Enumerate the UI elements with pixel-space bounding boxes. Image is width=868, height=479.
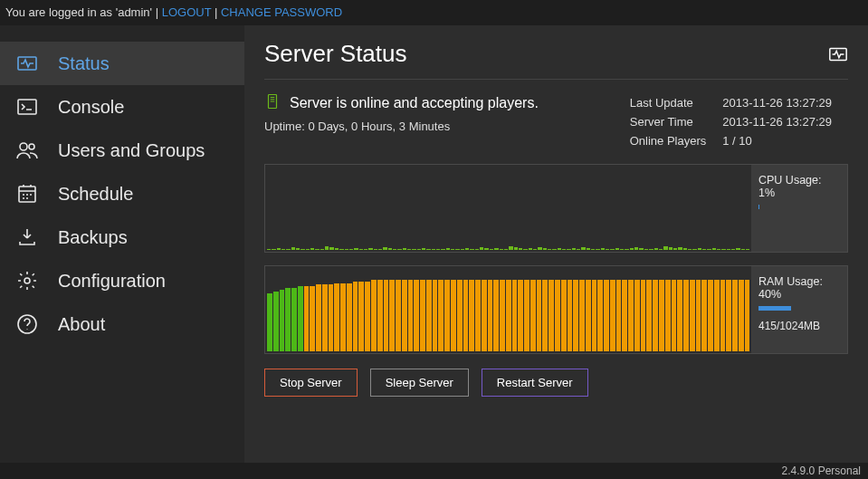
restart-server-button[interactable]: Restart Server — [482, 369, 588, 397]
content-panel: Server Status Server is online and accep… — [244, 25, 868, 463]
cpu-chart-side: CPU Usage: 1% — [751, 165, 847, 252]
online-players-value: 1 / 10 — [722, 132, 846, 149]
ram-chart-side: RAM Usage: 40% 415/1024MB — [751, 266, 847, 353]
sidebar-item-about[interactable]: About — [0, 302, 244, 346]
svg-point-2 — [20, 143, 27, 150]
sidebar-item-console[interactable]: Console — [0, 85, 244, 129]
svg-rect-1 — [18, 100, 36, 114]
last-update-label: Last Update — [630, 94, 721, 111]
server-time-label: Server Time — [630, 113, 721, 130]
svg-point-5 — [24, 278, 30, 283]
ram-chart: RAM Usage: 40% 415/1024MB — [264, 265, 848, 354]
gear-icon — [16, 270, 38, 292]
ram-usage-label: RAM Usage: 40% — [758, 275, 840, 301]
sidebar-item-label: Configuration — [58, 271, 166, 292]
sidebar: Status Console Users and Groups Schedule… — [0, 25, 244, 463]
status-message: Server is online and accepting players. — [290, 95, 539, 111]
status-info-table: Last Update 2013-11-26 13:27:29 Server T… — [628, 92, 848, 151]
calendar-icon — [16, 183, 38, 205]
sidebar-item-label: Backups — [58, 227, 128, 248]
download-icon — [16, 226, 38, 248]
sidebar-item-status[interactable]: Status — [0, 42, 244, 85]
table-row: Server Time 2013-11-26 13:27:29 — [630, 113, 846, 130]
sidebar-item-backups[interactable]: Backups — [0, 216, 244, 259]
heartbeat-icon — [16, 53, 38, 74]
terminal-icon — [16, 96, 38, 118]
server-time-value: 2013-11-26 13:27:29 — [722, 113, 846, 130]
sidebar-item-label: Users and Groups — [58, 140, 205, 161]
online-players-label: Online Players — [630, 132, 721, 149]
last-update-value: 2013-11-26 13:27:29 — [722, 94, 846, 111]
heartbeat-icon — [828, 44, 848, 64]
sidebar-item-label: Console — [58, 97, 124, 118]
sidebar-item-users[interactable]: Users and Groups — [0, 129, 244, 172]
svg-point-3 — [29, 144, 34, 149]
table-row: Last Update 2013-11-26 13:27:29 — [630, 94, 846, 111]
sidebar-item-schedule[interactable]: Schedule — [0, 172, 244, 216]
table-row: Online Players 1 / 10 — [630, 132, 846, 149]
ram-chart-area — [265, 266, 751, 353]
cpu-chart: CPU Usage: 1% — [264, 164, 848, 253]
cpu-usage-label: CPU Usage: 1% — [758, 174, 840, 199]
logged-in-text: You are logged in as 'admin' | — [5, 5, 158, 19]
separator: | — [215, 5, 221, 19]
sidebar-item-label: Status — [58, 53, 110, 74]
sidebar-item-configuration[interactable]: Configuration — [0, 259, 244, 302]
uptime-text: Uptime: 0 Days, 0 Hours, 3 Minutes — [264, 120, 539, 133]
users-icon — [16, 139, 38, 161]
sleep-server-button[interactable]: Sleep Server — [370, 369, 469, 397]
status-message-row: Server is online and accepting players. — [264, 92, 539, 114]
ram-usage-detail: 415/1024MB — [758, 320, 840, 332]
change-password-link[interactable]: CHANGE PASSWORD — [221, 5, 342, 19]
logout-link[interactable]: LOGOUT — [162, 5, 212, 19]
page-title: Server Status — [264, 40, 407, 68]
sidebar-item-label: Schedule — [58, 184, 133, 205]
ram-mini-bar — [758, 306, 791, 311]
sidebar-item-label: About — [58, 314, 105, 335]
cpu-chart-area — [265, 165, 751, 252]
version-footer: 2.4.9.0 Personal — [782, 465, 861, 477]
cpu-mini-bar — [758, 205, 759, 209]
page-header: Server Status — [264, 40, 848, 80]
topbar: You are logged in as 'admin' | LOGOUT | … — [0, 0, 868, 25]
server-ok-icon — [264, 92, 281, 114]
stop-server-button[interactable]: Stop Server — [264, 369, 358, 397]
action-buttons: Stop Server Sleep Server Restart Server — [264, 369, 848, 397]
question-icon — [16, 313, 38, 335]
